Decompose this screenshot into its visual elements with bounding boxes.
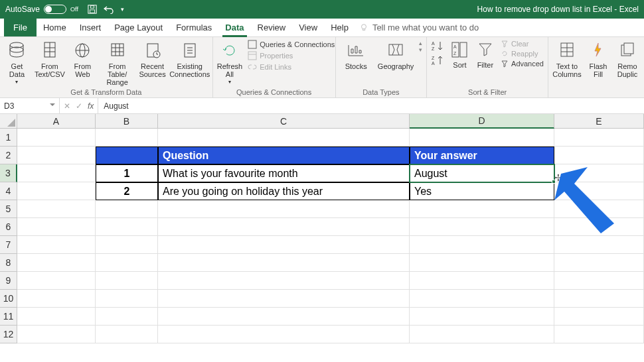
- cell-C8[interactable]: [158, 254, 410, 272]
- row-header-1[interactable]: 1: [0, 129, 17, 147]
- sort-za-button[interactable]: ZA: [431, 54, 444, 68]
- cell-D10[interactable]: [410, 290, 554, 308]
- cell-E8[interactable]: [554, 254, 644, 272]
- row-header-2[interactable]: 2: [0, 147, 17, 164]
- tab-review[interactable]: Review: [251, 19, 293, 36]
- table-row-answer-1[interactable]: August: [410, 164, 554, 182]
- cell-A5[interactable]: [17, 200, 96, 218]
- cell-D6[interactable]: [410, 218, 554, 236]
- refresh-all-button[interactable]: Refresh All ▾: [217, 40, 243, 86]
- row-header-5[interactable]: 5: [0, 200, 17, 218]
- stocks-button[interactable]: Stocks: [340, 40, 372, 70]
- from-text-csv-button[interactable]: From Text/CSV: [35, 40, 64, 78]
- cell-D12[interactable]: [410, 326, 554, 343]
- sort-az-button[interactable]: AZ: [431, 40, 444, 53]
- get-data-button[interactable]: Get Data ▾: [4, 40, 30, 86]
- undo-icon[interactable]: [104, 5, 114, 14]
- cell-A11[interactable]: [17, 308, 96, 326]
- cell-C1[interactable]: [158, 129, 410, 147]
- cell-B8[interactable]: [96, 254, 158, 272]
- cell-B1[interactable]: [96, 129, 158, 147]
- geography-button[interactable]: Geography: [378, 40, 414, 70]
- cell-D5[interactable]: [410, 200, 554, 218]
- cell-D7[interactable]: [410, 236, 554, 254]
- row-header-11[interactable]: 11: [0, 308, 17, 326]
- cancel-icon[interactable]: ✕: [64, 101, 70, 111]
- queries-connections-button[interactable]: Queries & Connections: [248, 40, 335, 49]
- tab-insert[interactable]: Insert: [73, 19, 108, 36]
- row-header-7[interactable]: 7: [0, 236, 17, 254]
- tell-me-search[interactable]: Tell me what you want to do: [359, 19, 644, 36]
- cell-E7[interactable]: [554, 236, 644, 254]
- row-header-10[interactable]: 10: [0, 290, 17, 308]
- from-web-button[interactable]: From Web: [70, 40, 96, 78]
- row-header-4[interactable]: 4: [0, 182, 17, 200]
- cell-A12[interactable]: [17, 326, 96, 343]
- table-row-question-1[interactable]: What is your favourite month: [158, 164, 410, 182]
- column-header-E[interactable]: E: [554, 114, 644, 129]
- cell-E2[interactable]: [554, 147, 644, 164]
- cell-B5[interactable]: [96, 200, 158, 218]
- text-to-columns-button[interactable]: Text to Columns: [552, 40, 582, 78]
- cell-A3[interactable]: [17, 164, 96, 182]
- table-row-num-1[interactable]: 1: [96, 164, 158, 182]
- cell-B6[interactable]: [96, 218, 158, 236]
- column-header-A[interactable]: A: [17, 114, 96, 129]
- cell-E12[interactable]: [554, 326, 644, 343]
- enter-icon[interactable]: ✓: [76, 101, 82, 111]
- tab-home[interactable]: Home: [37, 19, 73, 36]
- formula-input[interactable]: August: [98, 98, 644, 113]
- cell-A1[interactable]: [17, 129, 96, 147]
- cell-B10[interactable]: [96, 290, 158, 308]
- cell-B9[interactable]: [96, 272, 158, 290]
- cell-A7[interactable]: [17, 236, 96, 254]
- sort-button[interactable]: AZ Sort: [449, 40, 469, 69]
- cell-A4[interactable]: [17, 182, 96, 200]
- tab-data[interactable]: Data: [218, 19, 250, 36]
- cell-B12[interactable]: [96, 326, 158, 343]
- select-all-corner[interactable]: [0, 114, 17, 129]
- column-header-C[interactable]: C: [158, 114, 410, 129]
- row-header-9[interactable]: 9: [0, 272, 17, 290]
- advanced-button[interactable]: Advanced: [501, 60, 544, 68]
- cell-C5[interactable]: [158, 200, 410, 218]
- cell-A2[interactable]: [17, 147, 96, 164]
- table-header-question[interactable]: Question: [158, 147, 410, 164]
- existing-connections-button[interactable]: Existing Connections: [171, 40, 208, 78]
- edit-links-button[interactable]: Edit Links: [248, 62, 335, 72]
- table-row-num-2[interactable]: 2: [96, 182, 158, 200]
- cell-D1[interactable]: [410, 129, 554, 147]
- from-table-range-button[interactable]: From Table/ Range: [101, 40, 134, 86]
- recent-sources-button[interactable]: Recent Sources: [139, 40, 165, 78]
- cell-E9[interactable]: [554, 272, 644, 290]
- cell-A10[interactable]: [17, 290, 96, 308]
- properties-button[interactable]: Properties: [248, 51, 335, 60]
- cell-C6[interactable]: [158, 218, 410, 236]
- cell-C9[interactable]: [158, 272, 410, 290]
- tab-page-layout[interactable]: Page Layout: [108, 19, 169, 36]
- filter-button[interactable]: Filter: [475, 40, 495, 69]
- row-header-3[interactable]: 3: [0, 164, 17, 182]
- save-icon[interactable]: [88, 5, 97, 14]
- cell-D8[interactable]: [410, 254, 554, 272]
- row-header-12[interactable]: 12: [0, 326, 17, 343]
- tab-view[interactable]: View: [292, 19, 324, 36]
- fx-icon[interactable]: fx: [88, 101, 94, 111]
- table-header-blank[interactable]: [96, 147, 158, 164]
- cell-C12[interactable]: [158, 326, 410, 343]
- tab-help[interactable]: Help: [324, 19, 355, 36]
- data-types-nav[interactable]: ▴▾: [419, 40, 422, 53]
- cell-C10[interactable]: [158, 290, 410, 308]
- clear-button[interactable]: Clear: [501, 40, 544, 48]
- reapply-button[interactable]: Reapply: [501, 50, 544, 58]
- cell-C7[interactable]: [158, 236, 410, 254]
- cell-E1[interactable]: [554, 129, 644, 147]
- name-box[interactable]: D3: [0, 98, 60, 113]
- column-header-D[interactable]: D: [410, 114, 554, 129]
- cell-E10[interactable]: [554, 290, 644, 308]
- autosave-toggle[interactable]: AutoSave Off: [5, 5, 78, 14]
- column-header-B[interactable]: B: [96, 114, 158, 129]
- row-header-6[interactable]: 6: [0, 218, 17, 236]
- table-row-question-2[interactable]: Are you going on holiday this year: [158, 182, 410, 200]
- cell-C11[interactable]: [158, 308, 410, 326]
